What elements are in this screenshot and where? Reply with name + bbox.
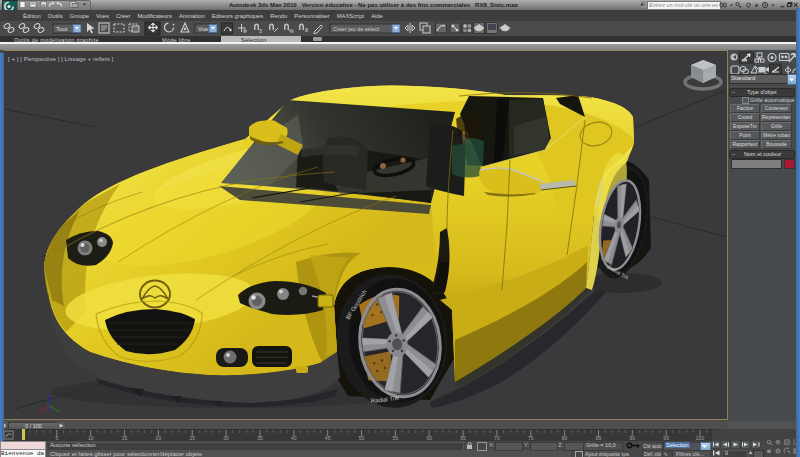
svg-text:35: 35 bbox=[257, 435, 263, 441]
svg-text:50: 50 bbox=[359, 435, 365, 441]
svg-text:55: 55 bbox=[393, 435, 399, 441]
svg-text:85: 85 bbox=[596, 435, 602, 441]
svg-text:10: 10 bbox=[88, 435, 94, 441]
svg-text:80: 80 bbox=[562, 435, 568, 441]
svg-text:Créer jeu de sélect: Créer jeu de sélect bbox=[333, 26, 380, 32]
svg-text:75: 75 bbox=[528, 435, 534, 441]
svg-text:3: 3 bbox=[259, 28, 262, 34]
svg-text:Tout: Tout bbox=[56, 26, 68, 32]
svg-text:5: 5 bbox=[55, 435, 58, 441]
svg-text:25: 25 bbox=[189, 435, 195, 441]
svg-text:45: 45 bbox=[325, 435, 331, 441]
svg-text:30: 30 bbox=[223, 435, 229, 441]
svg-text:Vue: Vue bbox=[198, 26, 209, 32]
svg-text:95: 95 bbox=[663, 435, 669, 441]
svg-text:20: 20 bbox=[156, 435, 162, 441]
svg-text:15: 15 bbox=[122, 435, 128, 441]
svg-text:100: 100 bbox=[696, 435, 705, 441]
svg-text:40: 40 bbox=[291, 435, 297, 441]
svg-text:60: 60 bbox=[426, 435, 432, 441]
svg-text:%: % bbox=[289, 28, 294, 34]
svg-text:90: 90 bbox=[630, 435, 636, 441]
svg-text:70: 70 bbox=[494, 435, 500, 441]
svg-text:65: 65 bbox=[460, 435, 466, 441]
